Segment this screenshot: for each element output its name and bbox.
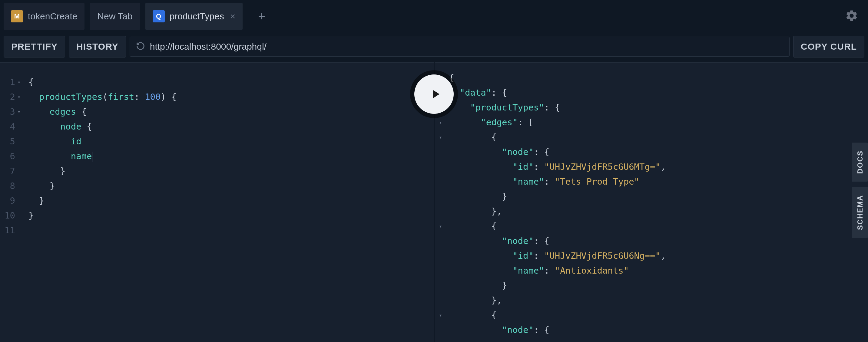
tab-badge-mutation: M — [11, 10, 23, 23]
result-viewer[interactable]: ▾▾▾▾▾▾▾ { "data": { "productTypes": { "e… — [435, 62, 868, 342]
gear-icon — [845, 9, 858, 23]
tab-label: tokenCreate — [28, 11, 77, 22]
tab-label: New Tab — [97, 11, 132, 22]
query-editor[interactable]: 1 2 3 4 5 6 7 8 9 10 11 ▾▾▾ { productTyp… — [0, 62, 434, 342]
settings-button[interactable] — [845, 9, 858, 24]
close-icon[interactable]: × — [230, 11, 236, 22]
endpoint-input[interactable] — [150, 41, 783, 52]
line-gutter: 1 2 3 4 5 6 7 8 9 10 11 — [0, 63, 18, 342]
play-icon — [428, 87, 442, 101]
toolbar: PRETTIFY HISTORY COPY CURL — [0, 33, 868, 62]
fold-gutter: ▾▾▾ — [18, 63, 25, 342]
execute-button[interactable] — [414, 74, 454, 114]
tab-bar: M tokenCreate New Tab Q productTypes × + — [0, 0, 868, 33]
add-tab-button[interactable]: + — [248, 3, 275, 30]
reload-icon[interactable] — [136, 41, 145, 52]
docs-tab[interactable]: DOCS — [852, 142, 868, 181]
query-code[interactable]: { productTypes(first: 100) { edges { nod… — [25, 63, 177, 342]
history-button[interactable]: HISTORY — [69, 36, 126, 58]
result-code: { "data": { "productTypes": { "edges": [… — [447, 63, 666, 342]
prettify-button[interactable]: PRETTIFY — [4, 36, 65, 58]
text-cursor — [92, 151, 92, 162]
copy-curl-button[interactable]: COPY CURL — [793, 36, 864, 58]
schema-tab[interactable]: SCHEMA — [852, 187, 868, 238]
tab-tokencreate[interactable]: M tokenCreate — [4, 3, 85, 30]
tab-badge-query: Q — [153, 10, 165, 23]
side-tabs: DOCS SCHEMA — [852, 142, 868, 243]
tab-producttypes[interactable]: Q productTypes × — [145, 3, 243, 30]
tab-label: productTypes — [169, 11, 224, 22]
workspace: 1 2 3 4 5 6 7 8 9 10 11 ▾▾▾ { productTyp… — [0, 62, 868, 342]
url-bar — [130, 37, 789, 57]
tab-new[interactable]: New Tab — [90, 3, 140, 30]
